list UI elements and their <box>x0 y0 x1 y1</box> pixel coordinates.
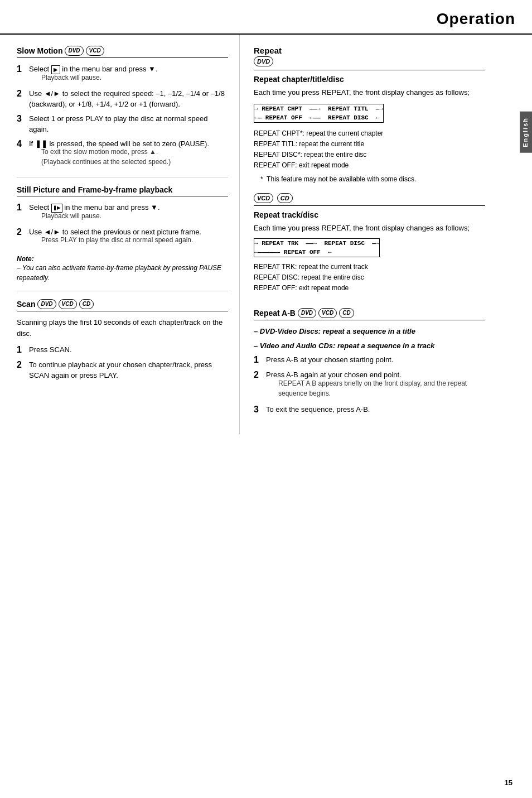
slow-motion-title: Slow Motion DVD VCD <box>17 46 228 58</box>
scan-label: Scan <box>17 300 35 309</box>
repeat-track-descriptions: REPEAT TRK: repeat the current track REP… <box>254 262 485 294</box>
rt-desc-3: REPEAT OFF: exit repeat mode <box>254 283 485 294</box>
ab-dvd-badge: DVD <box>298 308 316 318</box>
repeat-dvd-badge: DVD <box>254 56 273 66</box>
still-picture-steps: 1 Select ❚▶ in the menu bar and press ▼.… <box>17 202 228 247</box>
still-picture-label: Still Picture and Frame-by-frame playbac… <box>17 185 172 194</box>
slow-motion-section: Slow Motion DVD VCD 1 Select ▶ in the me… <box>17 46 228 169</box>
ab-step3-text: To exit the sequence, press A-B. <box>266 404 485 416</box>
repeat-ab-title: Repeat A-B DVD VCD CD <box>254 308 485 320</box>
note-label: Note: <box>17 255 228 263</box>
still-picture-title: Still Picture and Frame-by-frame playbac… <box>17 185 228 196</box>
step2-text: Use ◄/► to select the required speed: –1… <box>29 88 228 110</box>
ab-cd-badge: CD <box>339 308 354 318</box>
main-content: Slow Motion DVD VCD 1 Select ▶ in the me… <box>0 35 532 434</box>
page-number: 15 <box>505 778 512 787</box>
repeat-track-desc: Each time you press REPEAT, the front di… <box>254 223 485 234</box>
scan-step-2: 2 To continue playback at your chosen ch… <box>17 359 228 381</box>
slow-motion-label: Slow Motion <box>17 46 62 55</box>
rt-desc-2: REPEAT DISC: repeat the entire disc <box>254 272 485 283</box>
asterisk-note: * This feature may not be available with… <box>254 175 485 183</box>
repeat-desc-4: REPEAT OFF: exit repeat mode <box>254 160 485 171</box>
repeat-ab-section: Repeat A-B DVD VCD CD – DVD-Video Discs:… <box>254 308 485 415</box>
scan-title: Scan DVD VCD CD <box>17 299 228 311</box>
trk-diag-row2: ←—————— REPEAT OFF ← <box>254 249 332 256</box>
step-4: 4 If ❚❚ is pressed, the speed will be se… <box>17 138 228 170</box>
step-3: 3 Select 1 or press PLAY to play the dis… <box>17 113 228 135</box>
step-2: 2 Use ◄/► to select the required speed: … <box>17 88 228 110</box>
ab-step2-text: Press A-B again at your chosen end point… <box>266 371 402 379</box>
step1-text: Select ▶ in the menu bar and press ▼. <box>29 65 158 73</box>
trk-diag-row1: → REPEAT TRK ——→ REPEAT DISC —→ <box>254 240 379 247</box>
scan-vcd-badge: VCD <box>59 299 77 309</box>
rt-cd-badge: CD <box>277 193 293 203</box>
scan-dvd-badge: DVD <box>37 299 56 309</box>
repeat-chapter-subtitle: Repeat chapter/title/disc <box>254 75 485 84</box>
ab-step-1: 1 Press A-B at your chosen starting poin… <box>254 354 485 366</box>
scan-step-1: 1 Press SCAN. <box>17 344 228 356</box>
sp-step-1: 1 Select ❚▶ in the menu bar and press ▼.… <box>17 202 228 223</box>
step3-text: Select 1 or press PLAY to play the disc … <box>29 113 228 135</box>
sp-step2-sub: Press PLAY to play the disc at normal sp… <box>29 235 228 245</box>
ab-vcd-badge: VCD <box>318 308 337 318</box>
scan-step2-text: To continue playback at your chosen chap… <box>29 359 228 381</box>
repeat-chpt-diagram: → REPEAT CHPT ——→ REPEAT TITL —→ ←— REPE… <box>254 104 485 123</box>
page-title: Operation <box>437 10 515 27</box>
scan-section: Scan DVD VCD CD Scanning plays the first… <box>17 299 228 381</box>
divider-2 <box>17 291 228 291</box>
left-column: Slow Motion DVD VCD 1 Select ▶ in the me… <box>0 35 240 434</box>
scan-cd-badge: CD <box>79 299 94 309</box>
scan-steps: 1 Press SCAN. 2 To continue playback at … <box>17 344 228 381</box>
repeat-desc: Each time you press REPEAT, the front di… <box>254 87 485 98</box>
ab-step-2: 2 Press A-B again at your chosen end poi… <box>254 369 485 401</box>
step1-sub: Playback will pause. <box>29 73 228 83</box>
repeat-track-section: VCD CD Repeat track/disc Each time you p… <box>254 193 485 294</box>
repeat-desc-1: REPEAT CHPT*: repeat the current chapter <box>254 128 485 139</box>
ab-steps: 1 Press A-B at your chosen starting poin… <box>254 354 485 415</box>
diag-row1: → REPEAT CHPT ——→ REPEAT TITL —→ <box>254 105 383 112</box>
diag-row2: ←— REPEAT OFF ←—— REPEAT DISC ← <box>254 114 379 121</box>
step-1: 1 Select ▶ in the menu bar and press ▼. … <box>17 64 228 85</box>
sp-step1-text: Select ❚▶ in the menu bar and press ▼. <box>29 203 160 211</box>
sp-step-2: 2 Use ◄/► to select the previous or next… <box>17 227 228 248</box>
right-column: Repeat DVD Repeat chapter/title/disc Eac… <box>240 35 513 434</box>
ab-step1-text: Press A-B at your chosen starting point. <box>266 354 485 366</box>
slow-motion-steps: 1 Select ▶ in the menu bar and press ▼. … <box>17 64 228 169</box>
page-header: Operation <box>0 0 532 35</box>
step4-sub: To exit the slow motion mode, press ▲.(P… <box>29 147 228 167</box>
rt-vcd-badge: VCD <box>254 193 273 203</box>
repeat-desc-3: REPEAT DISC*: repeat the entire disc <box>254 150 485 160</box>
dvd-badge: DVD <box>65 46 83 56</box>
side-tab: English <box>520 112 532 153</box>
sp-step1-sub: Playback will pause. <box>29 211 228 221</box>
ab-step-3: 3 To exit the sequence, press A-B. <box>254 404 485 416</box>
ab-step2-sub: REPEAT A B appears briefly on the front … <box>266 378 485 398</box>
repeat-desc-2: REPEAT TITL: repeat the current title <box>254 139 485 150</box>
repeat-label: Repeat <box>254 46 485 55</box>
scan-step1-text: Press SCAN. <box>29 344 228 356</box>
ab-dash-2: – Video and Audio CDs: repeat a sequence… <box>254 340 485 352</box>
repeat-track-subtitle: Repeat track/disc <box>254 210 485 219</box>
repeat-trk-diagram: → REPEAT TRK ——→ REPEAT DISC —→ ←—————— … <box>254 238 485 257</box>
vcd-badge: VCD <box>86 46 104 56</box>
scan-desc: Scanning plays the first 10 seconds of e… <box>17 317 228 339</box>
note-text: – You can also activate frame-by-frame p… <box>17 263 228 283</box>
repeat-descriptions: REPEAT CHPT*: repeat the current chapter… <box>254 128 485 171</box>
still-picture-section: Still Picture and Frame-by-frame playbac… <box>17 185 228 283</box>
repeat-ab-label: Repeat A-B <box>254 309 296 318</box>
rt-desc-1: REPEAT TRK: repeat the current track <box>254 262 485 272</box>
ab-dash-1: – DVD-Video Discs: repeat a sequence in … <box>254 326 485 337</box>
repeat-section: Repeat DVD Repeat chapter/title/disc Eac… <box>254 46 485 183</box>
divider-1 <box>17 177 228 177</box>
repeat-title-plain: Repeat DVD <box>254 46 485 70</box>
